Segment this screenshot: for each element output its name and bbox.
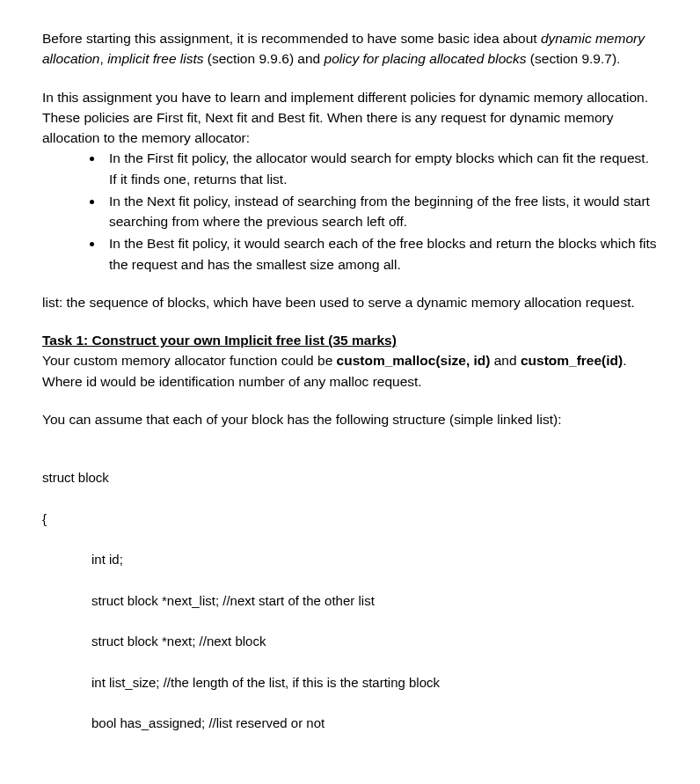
italic-text: policy for placing allocated blocks <box>324 51 527 66</box>
italic-text: implicit free lists <box>107 51 203 66</box>
task-1-section: Task 1: Construct your own Implicit free… <box>42 330 658 429</box>
document-page: Before starting this assignment, it is r… <box>0 0 700 784</box>
code-line: { <box>42 509 658 529</box>
paragraph-task1-1: Your custom memory allocator function co… <box>42 350 658 392</box>
text: Your custom memory allocator function co… <box>42 353 337 368</box>
code-line: int id; <box>42 549 658 569</box>
list-item: In the Next fit policy, instead of searc… <box>104 191 658 232</box>
paragraph-list-def: list: the sequence of blocks, which have… <box>42 292 658 312</box>
bold-text: custom_malloc(size, id) <box>337 353 491 368</box>
task-1-heading: Task 1: Construct your own Implicit free… <box>42 330 658 350</box>
paragraph-intro-2: In this assignment you have to learn and… <box>42 87 658 149</box>
list-item: In the First fit policy, the allocator w… <box>104 148 658 189</box>
paragraph-task1-2: You can assume that each of your block h… <box>42 409 658 429</box>
code-line <box>42 754 658 774</box>
paragraph-intro-1: Before starting this assignment, it is r… <box>42 28 658 70</box>
policy-bullet-list: In the First fit policy, the allocator w… <box>42 148 658 275</box>
code-struct-block: struct block { int id; struct block *nex… <box>42 447 658 784</box>
bold-text: custom_free(id) <box>521 353 623 368</box>
code-line: struct block <box>42 467 658 487</box>
code-line: struct block *next; //next block <box>42 631 658 651</box>
text: and <box>490 353 520 368</box>
text: , <box>100 51 108 66</box>
text: (section 9.9.6) and <box>204 51 324 66</box>
text: Before starting this assignment, it is r… <box>42 31 541 46</box>
code-line: bool has_assigned; //list reserved or no… <box>42 713 658 733</box>
code-line: struct block *next_list; //next start of… <box>42 590 658 611</box>
list-item: In the Best fit policy, it would search … <box>104 233 658 275</box>
code-line: int list_size; //the length of the list,… <box>42 672 658 692</box>
text: (section 9.9.7). <box>527 51 621 66</box>
